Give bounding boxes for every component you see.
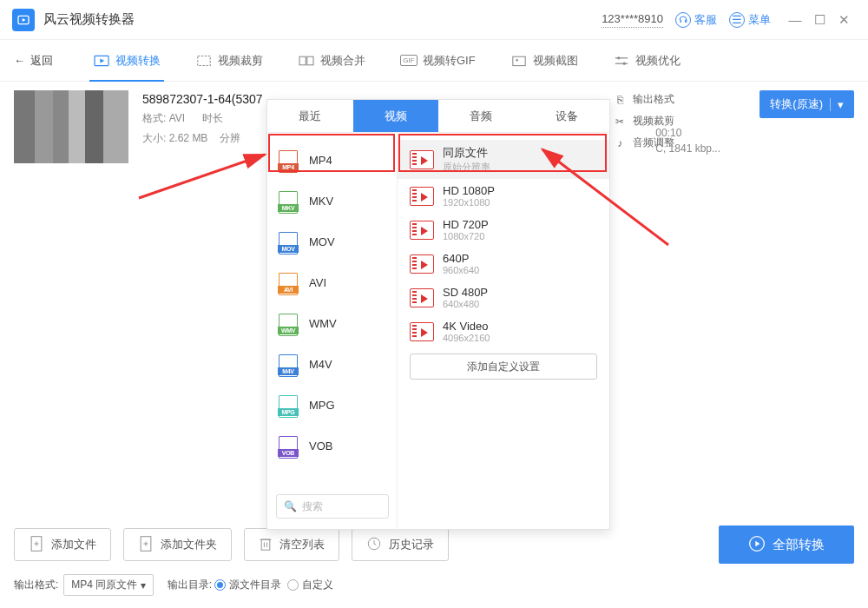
svg-rect-4 xyxy=(198,56,210,65)
resolution-item-0[interactable]: 同原文件原始分辨率 xyxy=(398,140,609,179)
output-format-select[interactable]: MP4 同原文件 ▾ xyxy=(63,574,153,596)
video-file-icon xyxy=(410,150,434,169)
account-number[interactable]: 123****8910 xyxy=(602,12,663,28)
file-m4v-icon: M4V xyxy=(278,353,299,377)
file-plus-icon xyxy=(29,535,44,555)
radio-source-dir[interactable] xyxy=(214,579,226,591)
resolution-item-4[interactable]: SD 480P640x480 xyxy=(398,281,609,314)
format-item-m4v[interactable]: M4VM4V xyxy=(267,344,397,385)
maximize-button[interactable]: ☐ xyxy=(807,8,832,32)
output-icon: ⎘ xyxy=(612,94,628,106)
format-item-mov[interactable]: MOVMOV xyxy=(267,221,397,262)
app-logo xyxy=(12,9,35,31)
popup-tab-video[interactable]: 视频 xyxy=(353,100,439,132)
nav-bar: ← 返回 视频转换 视频裁剪 视频合并 GIF视频转GIF 视频截图 视频优化 xyxy=(0,40,868,82)
music-icon: ♪ xyxy=(612,137,628,149)
popup-tab-recent[interactable]: 最近 xyxy=(267,100,353,132)
folder-plus-icon xyxy=(138,535,154,555)
menu-icon: ☰ xyxy=(729,12,745,28)
file-mp4-icon: MP4 xyxy=(278,149,299,173)
video-thumbnail xyxy=(14,90,128,163)
video-file-icon xyxy=(410,322,434,341)
menu-link[interactable]: ☰ 菜单 xyxy=(729,12,771,28)
close-button[interactable]: ✕ xyxy=(832,8,856,32)
format-popup: 最近 视频 音频 设备 MP4MP4MKVMKVMOVMOVAVIAVIWMVW… xyxy=(266,99,610,530)
output-format-link[interactable]: ⎘输出格式 xyxy=(612,92,751,107)
format-item-mp4[interactable]: MP4MP4 xyxy=(267,140,397,181)
gif-icon: GIF xyxy=(400,54,418,68)
title-bar: 风云视频转换器 123****8910 客服 ☰ 菜单 — ☐ ✕ xyxy=(0,0,868,40)
tab-merge[interactable]: 视频合并 xyxy=(298,40,365,82)
format-item-wmv[interactable]: WMVWMV xyxy=(267,303,397,344)
chevron-down-icon[interactable]: ▾ xyxy=(830,98,844,111)
file-mkv-icon: MKV xyxy=(278,189,299,214)
convert-icon xyxy=(93,54,110,68)
file-extra-info: 00:10 C, 1841 kbp... xyxy=(655,127,720,158)
svg-point-12 xyxy=(622,62,625,64)
search-icon: 🔍 xyxy=(284,500,297,512)
minimize-button[interactable]: — xyxy=(783,8,807,32)
file-mpg-icon: MPG xyxy=(278,393,299,418)
resolution-item-1[interactable]: HD 1080P1920x1080 xyxy=(398,179,609,213)
back-button[interactable]: ← 返回 xyxy=(14,53,53,69)
file-meta: 589872307-1-64(5307 格式: AVI 时长 大小: 2.62 … xyxy=(142,90,273,146)
svg-rect-21 xyxy=(261,539,270,550)
convert-button[interactable]: 转换(原速) ▾ xyxy=(760,90,854,118)
file-name: 589872307-1-64(5307 xyxy=(142,92,273,106)
output-format-label: 输出格式: xyxy=(14,578,58,592)
search-placeholder: 搜索 xyxy=(302,499,323,514)
clear-list-button[interactable]: 清空列表 xyxy=(244,528,339,561)
headset-icon xyxy=(675,12,691,28)
format-search[interactable]: 🔍 搜索 xyxy=(276,494,389,519)
video-file-icon xyxy=(410,187,434,206)
popup-tab-device[interactable]: 设备 xyxy=(524,100,610,132)
tab-crop[interactable]: 视频裁剪 xyxy=(195,40,263,82)
format-item-mpg[interactable]: MPGMPG xyxy=(267,385,397,426)
tab-optimize[interactable]: 视频优化 xyxy=(613,40,681,82)
support-link[interactable]: 客服 xyxy=(675,12,717,28)
file-wmv-icon: WMV xyxy=(278,312,299,336)
resolution-item-2[interactable]: HD 720P1080x720 xyxy=(398,213,609,247)
resolution-item-5[interactable]: 4K Video4096x2160 xyxy=(398,314,609,348)
radio-custom-dir[interactable] xyxy=(287,579,299,591)
logo-icon xyxy=(16,13,30,27)
history-button[interactable]: 历史记录 xyxy=(352,528,449,561)
resolution-list: 同原文件原始分辨率HD 1080P1920x1080HD 720P1080x72… xyxy=(398,133,609,529)
svg-rect-5 xyxy=(299,56,306,65)
crop-icon xyxy=(195,54,213,68)
file-avi-icon: AVI xyxy=(278,271,299,295)
format-item-mkv[interactable]: MKVMKV xyxy=(267,181,397,221)
resolution-item-3[interactable]: 640P960x640 xyxy=(398,247,609,281)
video-file-icon xyxy=(410,254,434,274)
video-file-icon xyxy=(410,288,434,307)
scissors-icon: ✂ xyxy=(612,116,628,128)
tab-convert[interactable]: 视频转换 xyxy=(93,40,161,82)
svg-marker-3 xyxy=(100,58,104,63)
file-vob-icon: VOB xyxy=(278,434,299,459)
convert-all-button[interactable]: 全部转换 xyxy=(719,525,854,564)
format-item-vob[interactable]: VOBVOB xyxy=(267,426,397,466)
tab-gif[interactable]: GIF视频转GIF xyxy=(400,40,476,82)
output-dir-label: 输出目录: xyxy=(168,578,212,592)
format-list: MP4MP4MKVMKVMOVMOVAVIAVIWMVWMVM4VM4VMPGM… xyxy=(267,133,398,529)
svg-point-8 xyxy=(516,59,517,61)
sliders-icon xyxy=(613,54,630,68)
tab-screenshot[interactable]: 视频截图 xyxy=(510,40,578,82)
add-custom-button[interactable]: 添加自定义设置 xyxy=(410,354,597,380)
chevron-down-icon: ▾ xyxy=(141,579,146,591)
file-mov-icon: MOV xyxy=(278,230,299,254)
play-circle-icon xyxy=(748,535,766,555)
popup-tab-audio[interactable]: 音频 xyxy=(438,100,524,132)
add-file-button[interactable]: 添加文件 xyxy=(14,528,111,561)
format-item-avi[interactable]: AVIAVI xyxy=(267,262,397,303)
output-settings-row: 输出格式: MP4 同原文件 ▾ 输出目录: 源文件目录 自定义 xyxy=(14,574,854,596)
footer: 添加文件 添加文件夹 清空列表 历史记录 全部转换 输出格式: MP4 同原文件… xyxy=(0,517,868,608)
add-folder-button[interactable]: 添加文件夹 xyxy=(123,528,232,561)
screenshot-icon xyxy=(510,54,528,68)
trash-icon xyxy=(259,536,273,554)
clock-icon xyxy=(366,536,382,554)
video-file-icon xyxy=(410,221,434,240)
svg-marker-27 xyxy=(755,540,760,546)
svg-point-11 xyxy=(617,56,620,59)
merge-icon xyxy=(298,54,315,68)
